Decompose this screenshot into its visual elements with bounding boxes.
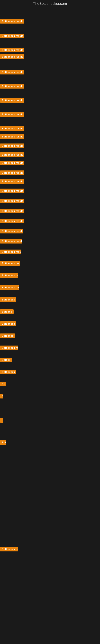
bottleneck-item-35[interactable]: | xyxy=(0,418,3,424)
bottleneck-badge-1: Bottleneck result xyxy=(0,19,24,24)
bottleneck-badge-24: Bottleneck re xyxy=(0,273,18,278)
bottleneck-badge-34: B xyxy=(0,394,3,398)
bottleneck-item-14[interactable]: Bottleneck result xyxy=(0,170,24,176)
bottleneck-item-19[interactable]: Bottleneck result xyxy=(0,219,24,224)
bottleneck-badge-33: Bo xyxy=(0,382,6,386)
bottleneck-item-12[interactable]: Bottleneck result xyxy=(0,152,24,158)
bottleneck-item-31[interactable]: Bottler xyxy=(0,358,12,363)
bottleneck-badge-10: Bottleneck result xyxy=(0,134,24,139)
bottleneck-badge-29: Bottlenec xyxy=(0,334,15,338)
bottleneck-item-7[interactable]: Bottleneck result xyxy=(0,98,24,104)
bottleneck-item-22[interactable]: Bottleneck result xyxy=(0,250,21,255)
bottleneck-item-15[interactable]: Bottleneck result xyxy=(0,179,24,184)
bottleneck-item-27[interactable]: Bottlene xyxy=(0,309,14,315)
bottleneck-badge-8: Bottleneck result xyxy=(0,112,24,117)
bottleneck-badge-16: Bottleneck result xyxy=(0,188,24,193)
bottleneck-item-4[interactable]: Bottleneck result xyxy=(0,54,24,60)
bottleneck-item-30[interactable]: Bottleneck re xyxy=(0,346,18,351)
bottleneck-badge-20: Bottleneck result xyxy=(0,229,23,234)
bottleneck-badge-18: Bottleneck result xyxy=(0,209,24,213)
bottleneck-item-28[interactable]: Bottleneck xyxy=(0,322,16,327)
bottleneck-badge-3: Bottleneck result xyxy=(0,48,24,52)
bottleneck-item-29[interactable]: Bottlenec xyxy=(0,334,15,339)
bottleneck-badge-7: Bottleneck result xyxy=(0,98,24,103)
bottleneck-item-6[interactable]: Bottleneck result xyxy=(0,84,24,89)
bottleneck-item-34[interactable]: B xyxy=(0,394,3,399)
bottleneck-badge-27: Bottlene xyxy=(0,309,14,314)
bottleneck-item-13[interactable]: Bottleneck result xyxy=(0,160,24,166)
bottleneck-item-11[interactable]: Bottleneck result xyxy=(0,144,24,149)
bottleneck-item-3[interactable]: Bottleneck result xyxy=(0,48,24,53)
bottleneck-item-5[interactable]: Bottleneck result xyxy=(0,70,24,75)
bottleneck-item-1[interactable]: Bottleneck result xyxy=(0,19,24,24)
bottleneck-item-32[interactable]: Bottleneck xyxy=(0,370,16,375)
bottleneck-badge-26: Bottleneck xyxy=(0,297,16,302)
bottleneck-item-23[interactable]: Bottleneck result xyxy=(0,261,20,266)
bottleneck-badge-5: Bottleneck result xyxy=(0,70,24,74)
bottleneck-item-2[interactable]: Bottleneck result xyxy=(0,34,24,39)
bottleneck-badge-28: Bottleneck xyxy=(0,322,16,326)
bottleneck-badge-23: Bottleneck result xyxy=(0,261,20,266)
bottleneck-badge-9: Bottleneck result xyxy=(0,126,24,131)
bottleneck-item-10[interactable]: Bottleneck result xyxy=(0,134,24,140)
bottleneck-badge-22: Bottleneck result xyxy=(0,250,21,254)
bottleneck-item-8[interactable]: Bottleneck result xyxy=(0,112,24,118)
bottleneck-badge-11: Bottleneck result xyxy=(0,144,24,148)
bottleneck-badge-36: Bot xyxy=(0,440,6,445)
bottleneck-item-33[interactable]: Bo xyxy=(0,382,6,387)
bottleneck-item-21[interactable]: Bottleneck result xyxy=(0,239,22,244)
bottleneck-badge-30: Bottleneck re xyxy=(0,346,18,350)
bottleneck-badge-12: Bottleneck result xyxy=(0,152,24,157)
bottleneck-badge-14: Bottleneck result xyxy=(0,170,24,175)
bottleneck-item-37[interactable]: Bottleneck re xyxy=(0,547,18,552)
bottleneck-badge-6: Bottleneck result xyxy=(0,84,24,88)
bottleneck-item-18[interactable]: Bottleneck result xyxy=(0,209,24,214)
bottleneck-item-25[interactable]: Bottleneck resu xyxy=(0,285,19,290)
bottleneck-badge-35: | xyxy=(0,418,3,422)
bottleneck-item-9[interactable]: Bottleneck result xyxy=(0,126,24,132)
bottleneck-badge-2: Bottleneck result xyxy=(0,34,24,38)
bottleneck-item-17[interactable]: Bottleneck result xyxy=(0,199,24,204)
bottleneck-badge-25: Bottleneck resu xyxy=(0,285,19,290)
site-title: TheBottlenecker.com xyxy=(0,0,100,8)
bottleneck-badge-19: Bottleneck result xyxy=(0,219,24,224)
bottleneck-badge-31: Bottler xyxy=(0,358,12,362)
bottleneck-item-16[interactable]: Bottleneck result xyxy=(0,188,24,194)
bottleneck-badge-17: Bottleneck result xyxy=(0,199,24,203)
bottleneck-item-36[interactable]: Bot xyxy=(0,440,6,446)
bottleneck-item-20[interactable]: Bottleneck result xyxy=(0,229,23,234)
bottleneck-badge-37: Bottleneck re xyxy=(0,547,18,552)
bottleneck-badge-13: Bottleneck result xyxy=(0,160,24,165)
bottleneck-badge-32: Bottleneck xyxy=(0,370,16,374)
bottleneck-badge-21: Bottleneck result xyxy=(0,239,22,244)
bottleneck-item-26[interactable]: Bottleneck xyxy=(0,297,16,303)
bottleneck-badge-15: Bottleneck result xyxy=(0,179,24,184)
bottleneck-badge-4: Bottleneck result xyxy=(0,54,24,59)
bottleneck-item-24[interactable]: Bottleneck re xyxy=(0,273,18,278)
